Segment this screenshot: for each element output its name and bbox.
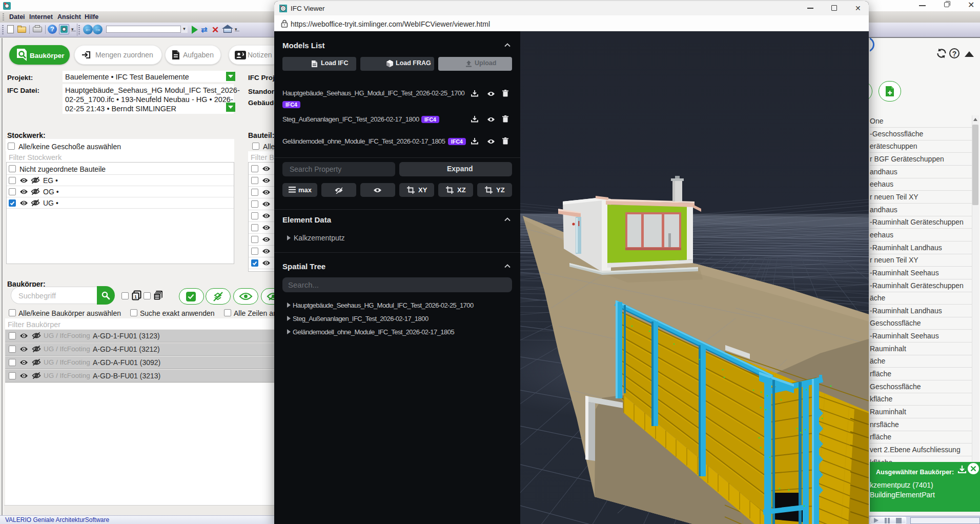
svg-text:1: 1 [134, 294, 137, 299]
